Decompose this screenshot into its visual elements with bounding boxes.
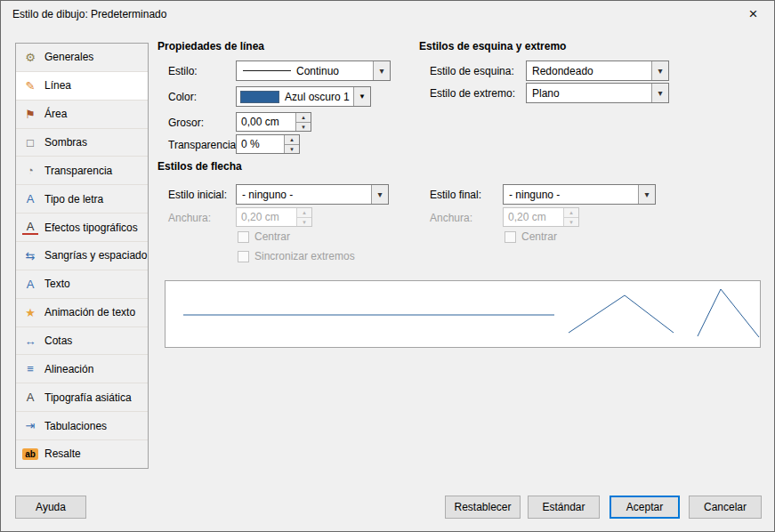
line-transparency-stepper[interactable]: 0 % ▴ ▾ — [236, 134, 300, 154]
help-button[interactable]: Ayuda — [15, 496, 86, 519]
sidebar-item-linea[interactable]: ✎Línea — [16, 72, 148, 101]
sidebar-tabs: ⚙Generales✎Línea⚑Área□Sombras◔Transparen… — [15, 43, 149, 469]
synchronize-ends-checkbox[interactable] — [238, 251, 249, 262]
sidebar-item-area[interactable]: ⚑Área — [16, 101, 148, 129]
asian-typography-icon: A — [22, 391, 38, 404]
corner-style-select[interactable]: Redondeado ▾ — [526, 60, 669, 81]
sidebar-item-label: Sombras — [44, 136, 87, 149]
spin-down-icon[interactable]: ▾ — [296, 123, 311, 132]
chevron-down-icon[interactable]: ▾ — [371, 185, 388, 204]
sidebar-item-label: Sangrías y espaciado — [44, 249, 147, 262]
section-title-arrow-styles: Estilos de flecha — [157, 160, 242, 173]
line-color-select[interactable]: Azul oscuro 1 ▼ — [236, 86, 371, 107]
line-color-label: Color: — [168, 91, 197, 103]
spin-down-icon[interactable]: ▾ — [297, 218, 311, 227]
corner-style-label: Estilo de esquina: — [430, 65, 514, 77]
chevron-down-icon[interactable]: ▼ — [353, 87, 370, 106]
ok-button[interactable]: Aceptar — [610, 496, 680, 519]
arrow-start-width-stepper[interactable]: 0,20 cm ▴ ▾ — [236, 207, 312, 227]
transparency-circle-icon: ◔ — [22, 164, 38, 177]
arrow-end-width-value[interactable]: 0,20 cm — [504, 208, 563, 226]
arrow-start-width-value[interactable]: 0,20 cm — [237, 208, 296, 226]
line-style-value: Continuo — [291, 65, 373, 77]
line-transparency-value[interactable]: 0 % — [237, 135, 284, 153]
sidebar-item-sombras[interactable]: □Sombras — [16, 129, 148, 157]
sidebar-item-label: Generales — [44, 51, 93, 63]
line-width-label: Grosor: — [168, 117, 204, 129]
gear-icon: ⚙ — [22, 51, 38, 64]
spin-up-icon[interactable]: ▴ — [564, 208, 578, 218]
cap-style-value: Plano — [527, 87, 651, 100]
sidebar-item-label: Alineación — [44, 363, 93, 375]
synchronize-ends-checkbox-label: Sincronizar extremos — [254, 250, 355, 262]
line-style-select[interactable]: Continuo ▾ — [236, 60, 391, 81]
spin-down-icon[interactable]: ▾ — [285, 145, 299, 154]
arrow-start-select[interactable]: - ninguno - ▾ — [236, 184, 389, 205]
window-title: Estilo de dibujo: Predeterminado — [12, 1, 166, 28]
center-start-checkbox-label: Centrar — [254, 230, 290, 243]
line-preview-drawing — [165, 281, 760, 347]
sidebar-item-texto[interactable]: ATexto — [16, 270, 148, 299]
preview-corner-line-wide — [569, 295, 674, 333]
sidebar-item-resalte[interactable]: abResalte — [16, 440, 148, 468]
line-style-sample — [243, 70, 291, 71]
sidebar-item-label: Efectos tipográficos — [44, 222, 138, 234]
sidebar-item-animacion-de-texto[interactable]: ★Animación de texto — [16, 299, 148, 327]
alignment-lines-icon: ≡ — [22, 362, 38, 375]
sidebar-item-tabulaciones[interactable]: ⇥Tabulaciones — [16, 412, 148, 440]
arrow-start-label: Estilo inicial: — [168, 189, 227, 201]
sidebar-item-tipo-de-letra[interactable]: ATipo de letra — [16, 185, 148, 214]
reset-button[interactable]: Restablecer — [445, 496, 521, 519]
sidebar-item-label: Tipografía asiática — [44, 391, 132, 404]
line-transparency-label: Transparencia: — [168, 139, 239, 151]
line-preview-panel — [165, 280, 761, 348]
sidebar-item-label: Tipo de letra — [44, 193, 103, 206]
sidebar-item-alineacion[interactable]: ≡Alineación — [16, 355, 148, 383]
line-width-stepper[interactable]: 0,00 cm ▴ ▾ — [236, 112, 311, 132]
line-width-value[interactable]: 0,00 cm — [237, 113, 295, 131]
tab-stop-icon: ⇥ — [22, 419, 38, 432]
arrow-end-value: - ninguno - — [504, 189, 638, 201]
sidebar-item-tipografia-asiatica[interactable]: ATipografía asiática — [16, 383, 148, 412]
corner-style-value: Redondeado — [527, 65, 651, 77]
chevron-down-icon[interactable]: ▾ — [651, 61, 668, 80]
section-title-line-properties: Propiedades de línea — [157, 40, 264, 52]
center-start-checkbox[interactable] — [238, 231, 249, 243]
highlight-icon: ab — [22, 448, 38, 460]
center-end-checkbox[interactable] — [505, 231, 516, 243]
sidebar-item-cotas[interactable]: ↔Cotas — [16, 327, 148, 356]
chevron-down-icon[interactable]: ▾ — [651, 84, 668, 102]
line-color-value: Azul oscuro 1 — [279, 91, 353, 103]
cancel-button[interactable]: Cancelar — [689, 496, 762, 519]
sidebar-item-generales[interactable]: ⚙Generales — [16, 44, 148, 72]
sidebar-item-label: Texto — [44, 278, 70, 290]
close-icon[interactable]: × — [733, 1, 773, 28]
spin-up-icon[interactable]: ▴ — [297, 208, 311, 218]
sidebar-item-label: Animación de texto — [44, 306, 135, 318]
arrow-start-width-label: Anchura: — [168, 212, 211, 224]
chevron-down-icon[interactable]: ▾ — [638, 185, 655, 204]
spin-up-icon[interactable]: ▴ — [296, 113, 311, 123]
standard-button[interactable]: Estándar — [528, 496, 600, 519]
sidebar-item-transparencia[interactable]: ◔Transparencia — [16, 157, 148, 185]
font-letter-icon: A — [22, 192, 38, 206]
sidebar-item-efectos-tipograficos[interactable]: AEfectos tipográficos — [16, 214, 148, 242]
sidebar-item-label: Tabulaciones — [44, 420, 107, 432]
text-icon: A — [22, 278, 38, 291]
chevron-down-icon[interactable]: ▾ — [373, 61, 390, 80]
shadow-square-icon: □ — [22, 136, 38, 149]
cap-style-label: Estilo de extremo: — [430, 87, 515, 100]
title-bar[interactable]: Estilo de dibujo: Predeterminado × — [1, 1, 774, 28]
sidebar-item-label: Área — [44, 108, 67, 120]
cap-style-select[interactable]: Plano ▾ — [526, 83, 669, 103]
text-animation-star-icon: ★ — [22, 306, 38, 319]
line-color-swatch — [240, 91, 279, 103]
arrow-end-width-label: Anchura: — [430, 212, 472, 224]
sidebar-item-sangrias-y-espaciado[interactable]: ⇆Sangrías y espaciado — [16, 242, 148, 270]
spin-down-icon[interactable]: ▾ — [564, 218, 578, 227]
spin-up-icon[interactable]: ▴ — [285, 135, 299, 145]
sidebar-item-label: Línea — [44, 79, 71, 92]
drawing-style-dialog: Estilo de dibujo: Predeterminado × ⚙Gene… — [0, 0, 775, 532]
arrow-end-width-stepper[interactable]: 0,20 cm ▴ ▾ — [503, 207, 579, 227]
arrow-end-select[interactable]: - ninguno - ▾ — [503, 184, 656, 205]
